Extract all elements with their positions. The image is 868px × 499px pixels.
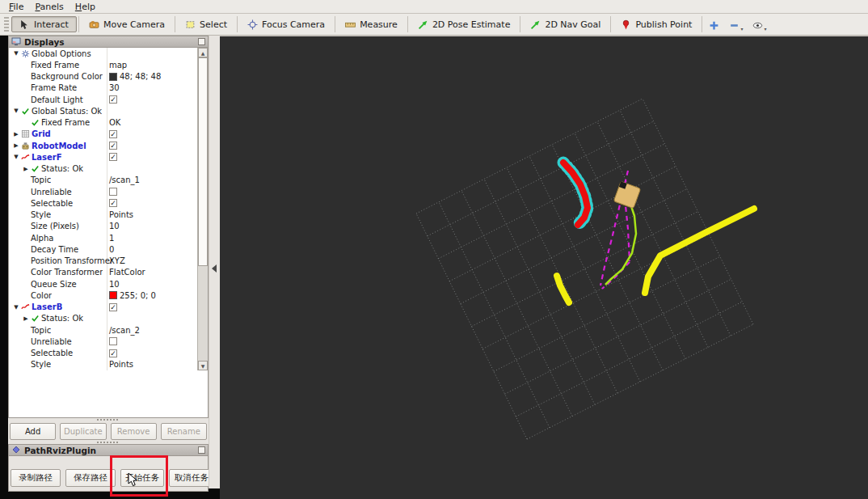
add-button[interactable]: Add — [10, 423, 56, 440]
checkbox-checked[interactable]: ✓ — [109, 349, 117, 357]
tree-row-fixed-frame[interactable]: Fixed Framemap — [9, 59, 208, 70]
row-value-topic[interactable]: /scan_1 — [109, 175, 140, 186]
row-value-laserb[interactable]: ✓ — [109, 302, 117, 313]
row-value-frame-rate[interactable]: 30 — [109, 82, 120, 94]
row-value-topic[interactable]: /scan_2 — [109, 324, 140, 336]
tree-row-position-transformer[interactable]: Position TransformerXYZ — [9, 256, 208, 267]
tree-row-style[interactable]: StylePoints — [9, 359, 208, 370]
row-value-color[interactable]: 255; 0; 0 — [109, 290, 156, 301]
row-value-alpha[interactable]: 1 — [109, 232, 114, 243]
tree-row-decay-time[interactable]: Decay Time0 — [9, 243, 208, 255]
tree-row-fixed-frame[interactable]: Fixed FrameOK — [9, 117, 208, 129]
tool-2d-pose-estimate[interactable]: 2D Pose Estimate — [410, 16, 519, 32]
row-value-grid[interactable]: ✓ — [109, 129, 117, 140]
plugin-button-[interactable]: 开始任务 — [120, 469, 164, 487]
panel-viewport-splitter[interactable] — [209, 36, 220, 488]
tree-row-laserf[interactable]: ▼LaserF✓ — [9, 151, 208, 163]
tool-minus-icon[interactable]: ▾ — [724, 15, 748, 33]
row-value-style[interactable]: Points — [109, 209, 133, 221]
tool-move-camera[interactable]: Move Camera — [81, 16, 173, 32]
tree-row-color[interactable]: Color255; 0; 0 — [9, 290, 208, 301]
checkbox-checked[interactable]: ✓ — [109, 303, 117, 311]
checkbox-unchecked[interactable] — [109, 188, 117, 196]
displays-float-button[interactable] — [198, 38, 205, 45]
row-value-size-pixels[interactable]: 10 — [109, 221, 120, 232]
tool-publish-point[interactable]: Publish Point — [613, 16, 700, 32]
scrollbar-thumb[interactable] — [198, 57, 208, 266]
tree-row-color-transformer[interactable]: Color TransformerFlatColor — [9, 267, 208, 278]
duplicate-button: Duplicate — [60, 423, 106, 440]
collapse-panel-icon[interactable] — [212, 264, 217, 273]
tree-row-style[interactable]: StylePoints — [9, 209, 208, 221]
checkbox-checked[interactable]: ✓ — [109, 130, 117, 138]
tool-select[interactable]: Select — [177, 16, 235, 32]
menu-file[interactable]: File — [3, 1, 29, 13]
tree-row-unreliable[interactable]: Unreliable — [9, 186, 208, 197]
row-value-color-transformer[interactable]: FlatColor — [109, 267, 145, 278]
tool-plus-icon[interactable] — [704, 15, 724, 33]
row-value-fixed-frame[interactable]: OK — [109, 117, 120, 129]
tree-row-topic[interactable]: Topic/scan_2 — [9, 324, 208, 336]
tool-focus-camera[interactable]: Focus Camera — [239, 16, 333, 32]
row-value-queue-size[interactable]: 10 — [109, 278, 120, 290]
expander-closed-icon[interactable]: ▶ — [12, 142, 20, 149]
expander-closed-icon[interactable]: ▶ — [12, 131, 20, 137]
tree-row-robotmodel[interactable]: ▶RobotModel✓ — [9, 140, 208, 151]
tree-row-frame-rate[interactable]: Frame Rate30 — [9, 82, 208, 94]
expander-closed-icon[interactable]: ▶ — [22, 166, 30, 172]
tool-interact[interactable]: Interact — [11, 16, 77, 32]
menu-panels[interactable]: Panels — [29, 1, 69, 13]
render-view[interactable] — [220, 36, 868, 499]
tree-row-alpha[interactable]: Alpha1 — [9, 232, 208, 243]
tree-row-size-pixels[interactable]: Size (Pixels)10 — [9, 221, 208, 232]
tree-row-selectable[interactable]: Selectable✓ — [9, 197, 208, 209]
row-value-fixed-frame[interactable]: map — [109, 59, 127, 70]
tree-row-default-light[interactable]: Default Light✓ — [9, 94, 208, 105]
plugin-float-button[interactable] — [198, 446, 205, 454]
plugin-button-[interactable]: 录制路径 — [11, 469, 61, 487]
plugin-button-[interactable]: 保存路径 — [65, 469, 116, 487]
tree-row-status-ok[interactable]: ▶Status: Ok — [9, 313, 208, 324]
scroll-up-button[interactable]: ▲ — [198, 48, 208, 57]
expander-open-icon[interactable]: ▼ — [12, 154, 20, 160]
checkbox-checked[interactable]: ✓ — [109, 153, 117, 161]
row-value-position-transformer[interactable]: XYZ — [109, 256, 125, 267]
checkbox-checked[interactable]: ✓ — [109, 199, 117, 207]
tool-measure[interactable]: Measure — [337, 16, 406, 32]
tool-2d-nav-goal[interactable]: 2D Nav Goal — [522, 16, 609, 32]
tree-row-global-status-ok[interactable]: ▼Global Status: Ok — [9, 105, 208, 116]
row-value-robotmodel[interactable]: ✓ — [109, 140, 117, 151]
scroll-down-button[interactable]: ▼ — [198, 361, 208, 370]
plugin-button-[interactable]: 取消任务 — [169, 469, 214, 487]
checkbox-unchecked[interactable] — [109, 337, 117, 345]
tree-row-unreliable[interactable]: Unreliable — [9, 336, 208, 347]
tool-eye-icon[interactable]: ▾ — [748, 15, 771, 33]
tree-row-queue-size[interactable]: Queue Size10 — [9, 278, 208, 290]
row-value-background-color[interactable]: 48; 48; 48 — [109, 71, 161, 82]
tree-row-selectable[interactable]: Selectable✓ — [9, 348, 208, 359]
menu-help[interactable]: Help — [70, 1, 101, 13]
tree-row-laserb[interactable]: ▼LaserB✓ — [9, 302, 208, 313]
expander-open-icon[interactable]: ▼ — [12, 304, 20, 311]
tree-row-background-color[interactable]: Background Color48; 48; 48 — [9, 71, 208, 82]
expander-open-icon[interactable]: ▼ — [12, 108, 20, 114]
row-value-default-light[interactable]: ✓ — [109, 94, 117, 105]
tree-row-global-options[interactable]: ▼Global Options — [9, 48, 208, 59]
tree-row-grid[interactable]: ▶Grid✓ — [9, 129, 208, 140]
row-value-selectable[interactable]: ✓ — [109, 348, 117, 359]
tree-row-status-ok[interactable]: ▶Status: Ok — [9, 163, 208, 175]
row-value-selectable[interactable]: ✓ — [109, 197, 117, 209]
tree-scrollbar[interactable]: ▲ ▼ — [197, 48, 208, 370]
expander-open-icon[interactable]: ▼ — [12, 50, 20, 57]
row-value-style[interactable]: Points — [109, 359, 133, 370]
checkbox-checked[interactable]: ✓ — [109, 95, 117, 104]
expander-closed-icon[interactable]: ▶ — [22, 315, 30, 322]
tree-row-topic[interactable]: Topic/scan_1 — [9, 175, 208, 186]
row-value-decay-time[interactable]: 0 — [109, 243, 114, 255]
checkbox-checked[interactable]: ✓ — [109, 142, 117, 150]
row-value-laserf[interactable]: ✓ — [109, 151, 117, 163]
row-value-unreliable[interactable] — [109, 336, 117, 347]
row-value-unreliable[interactable] — [109, 186, 117, 197]
tool-label: Interact — [34, 19, 69, 30]
toolbar-drag-handle[interactable] — [4, 17, 9, 32]
